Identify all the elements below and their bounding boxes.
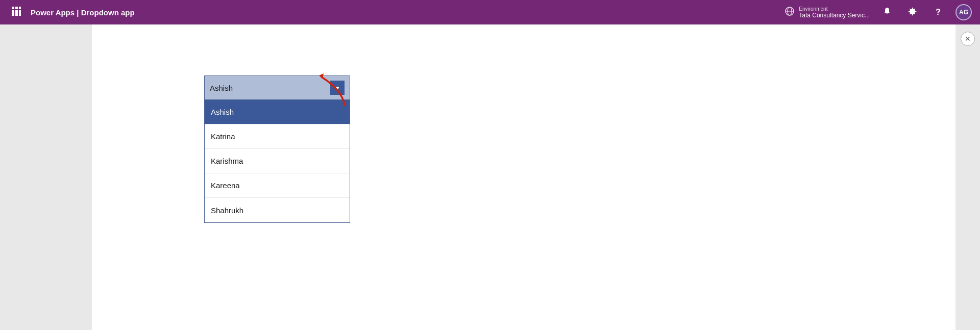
svg-rect-5 (19, 10, 21, 13)
chevron-icon: ▾ (336, 84, 339, 92)
dropdown-widget: Ashish ▾ Ashish Katrina Karishma Kareena (204, 75, 350, 223)
app-title: Power Apps | Dropdown app (31, 8, 135, 17)
svg-rect-7 (15, 13, 18, 16)
help-icon: ? (936, 8, 941, 17)
bell-icon (883, 7, 892, 18)
svg-rect-8 (19, 13, 21, 16)
environment-text: Environment Tata Consultancy Servic... (799, 6, 870, 19)
dropdown-item-ashish-selected[interactable]: Ashish (205, 100, 350, 124)
settings-button[interactable] (904, 4, 921, 20)
dropdown-item-label: Shahrukh (211, 206, 243, 215)
gear-icon (908, 7, 917, 18)
dropdown-list: Ashish Katrina Karishma Kareena Shahrukh (204, 100, 350, 223)
grid-icon (12, 7, 21, 18)
svg-rect-2 (19, 7, 21, 9)
close-icon: ✕ (965, 35, 971, 43)
dropdown-item-shahrukh[interactable]: Shahrukh (205, 198, 350, 222)
topbar: Power Apps | Dropdown app Environment Ta… (0, 0, 980, 24)
right-panel: ✕ (955, 24, 980, 330)
dropdown-chevron-icon: ▾ (330, 81, 345, 95)
notification-button[interactable] (879, 4, 895, 20)
svg-rect-4 (15, 10, 18, 13)
dropdown-item-karishma[interactable]: Karishma (205, 149, 350, 173)
environment-name: Tata Consultancy Servic... (799, 12, 870, 19)
dropdown-item-katrina[interactable]: Katrina (205, 124, 350, 149)
svg-rect-1 (15, 7, 18, 9)
topbar-right: Environment Tata Consultancy Servic... ? (785, 4, 972, 20)
dropdown-trigger[interactable]: Ashish ▾ (204, 75, 350, 100)
dropdown-item-kareena[interactable]: Kareena (205, 173, 350, 198)
dropdown-item-label: Kareena (211, 181, 240, 190)
environment-icon (785, 6, 795, 19)
topbar-left: Power Apps | Dropdown app (8, 4, 135, 20)
svg-rect-0 (12, 7, 14, 9)
dropdown-item-label: Ashish (211, 108, 234, 116)
left-sidebar (0, 24, 92, 330)
dropdown-item-label: Karishma (211, 157, 243, 165)
canvas-area: Ashish ▾ Ashish Katrina Karishma Kareena (92, 24, 955, 330)
environment-block: Environment Tata Consultancy Servic... (785, 6, 870, 19)
grid-menu-button[interactable] (8, 4, 24, 20)
dropdown-selected-value: Ashish (210, 84, 233, 92)
main-area: Ashish ▾ Ashish Katrina Karishma Kareena (0, 24, 980, 330)
user-avatar[interactable]: AG (955, 4, 972, 20)
svg-rect-3 (12, 10, 14, 13)
svg-rect-6 (12, 13, 14, 16)
close-button[interactable]: ✕ (961, 32, 975, 46)
help-button[interactable]: ? (930, 4, 946, 20)
dropdown-item-label: Katrina (211, 132, 235, 141)
environment-label: Environment (799, 6, 870, 12)
